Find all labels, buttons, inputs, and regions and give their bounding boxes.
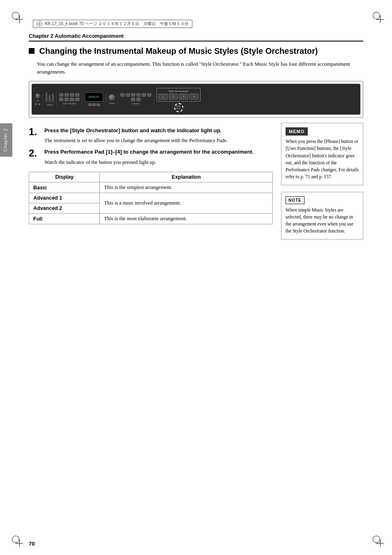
print-crosshair-icon [37,21,42,27]
panel-knob [35,93,40,98]
step-1-body: The instrument is set to allow you to ch… [44,137,273,145]
panel-buttons: Style / Rhythm [59,93,82,105]
print-header: KR-17_15_e.book 70 ページ ２０１４年１２月６日 月曜日 午後… [33,20,359,28]
note-label: NOTE [286,196,304,204]
step-2-content: Press Performance Pad [1]–[4] to change … [44,148,273,166]
table-row-display: Advanced 1 [29,193,100,203]
step-2: 2. Press Performance Pad [1]–[4] to chan… [29,148,273,166]
note-text: When simple Music Styles are selected, t… [286,207,359,235]
print-header-text: KR-17_15_e.book 70 ページ ２０１４年１２月６日 月曜日 午後… [45,21,189,27]
panel-display: DISPLAY [85,92,106,106]
memo-box: MEMO When you press the [Phrase] button … [281,123,363,185]
note-header: NOTE [286,196,359,204]
right-column: MEMO When you press the [Phrase] button … [281,123,363,240]
step-1-content: Press the [Style Orchestrator] button an… [44,127,273,145]
step-1: 1. Press the [Style Orchestrator] button… [29,127,273,145]
two-column-layout: 1. Press the [Style Orchestrator] button… [29,123,363,240]
panel-left: Vol [35,93,43,105]
device-panel: Vol Sliders [32,84,360,115]
left-column: 1. Press the [Style Orchestrator] button… [29,123,273,240]
panel-right-btns: Controls [120,93,154,105]
panel-sliders: Sliders [46,92,57,106]
step-1-number: 1. [29,127,40,145]
step-2-number: 2. [29,148,40,166]
step-1-instruction: Press the [Style Orchestrator] button an… [44,127,273,134]
page-number: 70 [29,541,35,547]
intro-text: You can change the arrangement of an acc… [37,60,363,76]
arrangement-table: Display Explanation BasicThis is the sim… [29,172,273,224]
memo-header: MEMO [286,127,359,136]
step-2-instruction: Press Performance Pad [1]–[4] to change … [44,148,273,156]
section-marker-icon [29,48,35,54]
table-row-explanation: This is the simplest arrangement. [100,182,273,193]
table-row-explanation: This is a more involved arrangement. [100,193,273,214]
panel-knob-area: Tempo [108,94,118,104]
chapter-heading: Chapter 2 Automatic Accompaniment [29,33,363,41]
step-2-body: Watch the indicator of the button you pr… [44,159,273,166]
memo-label: MEMO [286,127,308,136]
table-row-display: Full [29,214,100,224]
table-header-explanation: Explanation [100,172,273,182]
table-row-explanation: This is the most elaborarte arrangement. [100,214,273,224]
table-row-display: Advanced 2 [29,203,100,214]
table-header-display: Display [29,172,100,182]
device-image: Vol Sliders [29,81,363,118]
perf-pads-section: Style Orchestrator 1 2 3 4 StyleOrch. [157,88,201,112]
memo-text: When you press the [Phrase] button or [U… [286,138,359,181]
table-row-display: Basic [29,182,100,193]
note-box: NOTE When simple Music Styles are select… [281,192,363,240]
main-content: Chapter 2 Automatic Accompaniment Changi… [29,33,363,530]
page: KR-17_15_e.book 70 ページ ２０１４年１２月６日 月曜日 午後… [0,0,392,555]
section-title: Changing the Instrumental Makeup of Musi… [29,46,363,56]
chapter-tab: Chapter 2 [0,123,12,157]
